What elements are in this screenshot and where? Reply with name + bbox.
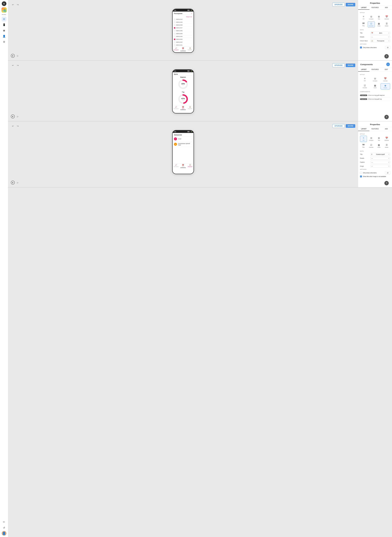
check-box[interactable]	[174, 22, 175, 23]
checklist-row[interactable]: 2020-10-05	[173, 32, 194, 35]
style-list-2[interactable]: ≡ List	[360, 76, 369, 83]
upgrade-button-1[interactable]: UPGRADE	[332, 3, 345, 7]
style-calendar-1[interactable]: 📅 Calendar	[383, 14, 390, 21]
props-tab-features-3[interactable]: FEATURES	[369, 127, 381, 131]
help-button-1[interactable]: ?	[384, 54, 389, 59]
arrow-button-1[interactable]: ▷	[16, 54, 20, 58]
props-tab-layout-3[interactable]: LAYOUT	[358, 127, 369, 131]
arrow-button-2[interactable]: ▷	[16, 115, 20, 118]
only-show-few-checkbox-3[interactable]	[360, 172, 362, 174]
style-cards-1[interactable]: ▦ Cards	[376, 21, 383, 28]
help-button-3[interactable]: ?	[384, 181, 389, 185]
add-component-button-2[interactable]: +	[386, 63, 390, 66]
only-show-few-value-3[interactable]	[385, 171, 390, 174]
data-select-title-1[interactable]: 📅 Дата ▾	[370, 32, 390, 34]
checklist-row[interactable]: 2020-10-02	[173, 41, 194, 44]
style-checklist-2[interactable]: ☑ Checklist	[360, 83, 369, 89]
checklist-row[interactable]: 2020-10-09	[173, 21, 194, 24]
check-box[interactable]	[174, 24, 175, 26]
sidebar-user-avatar[interactable]: G	[2, 1, 6, 6]
sidebar-icon-phone[interactable]: 📱	[2, 22, 7, 27]
help-button-2[interactable]: ?	[384, 115, 389, 119]
style-compact-2[interactable]: ⊟ Compact	[370, 76, 380, 83]
props-tab-layout-1[interactable]: LAYOUT	[358, 6, 369, 10]
play-button-1[interactable]: ▶	[11, 54, 15, 58]
check-box[interactable]	[174, 33, 175, 34]
style-checklist-1[interactable]: ☑ Checklist	[368, 21, 375, 28]
only-show-few-checkbox-1[interactable]	[360, 46, 362, 48]
list-item-hotwater[interactable]: Or Отключение горячей воды ›	[173, 142, 194, 147]
nav-item-goals-2[interactable]: 🎯 Цели	[180, 106, 187, 109]
check-box[interactable]	[174, 36, 175, 37]
props-tab-features-1[interactable]: FEATURES	[369, 6, 381, 10]
nav-item-visits-1[interactable]: 📈 Посещения	[173, 47, 180, 50]
play-button-2[interactable]: ▶	[11, 115, 15, 118]
check-box[interactable]	[174, 27, 175, 28]
checklist-row[interactable]: 2020-10-10	[173, 18, 194, 21]
style-calendar-3[interactable]: 📅 Calendar	[383, 136, 390, 142]
style-checklist-3[interactable]: ☑ Checklist	[368, 143, 375, 149]
data-select-caption-3[interactable]: — ▾	[370, 161, 390, 164]
data-select-image-3[interactable]: — ▾	[370, 165, 390, 168]
undo-button-1[interactable]: ↩	[11, 3, 15, 7]
share-button-3[interactable]: SHARE	[346, 124, 355, 128]
checklist-row[interactable]: 2020-10-01	[173, 44, 194, 46]
props-tab-layout-2[interactable]: LAYOUT	[358, 68, 369, 72]
nav-item-freeze-1[interactable]: 📋 Заморозки	[187, 47, 194, 50]
data-select-check-1[interactable]: 📋 Посещение ▾	[370, 39, 390, 42]
data-select-details-1[interactable]: — ▾	[370, 36, 390, 38]
props-tab-add-3[interactable]: ADD	[381, 127, 392, 131]
redo-button-2[interactable]: ↪	[16, 63, 20, 67]
play-button-3[interactable]: ▶	[11, 181, 15, 185]
checklist-row[interactable]: 2020-10-06	[173, 29, 194, 32]
share-button-1[interactable]: SHARE	[346, 3, 355, 6]
check-box[interactable]	[174, 39, 175, 40]
style-list-1[interactable]: ≡ List	[360, 14, 367, 21]
upgrade-button-2[interactable]: UPGRADE	[332, 63, 345, 67]
nav-item-goals-3[interactable]: 🎯 Цели	[180, 164, 187, 167]
style-tiles-3[interactable]: ⊞ Tiles	[376, 136, 383, 142]
redo-button-3[interactable]: ↪	[16, 124, 20, 128]
checklist-row[interactable]: 2020-10-07	[173, 27, 194, 29]
data-select-title-3[interactable]: A Комментарий ▾	[370, 153, 390, 156]
style-cards-2[interactable]: ▦ Cards	[370, 83, 380, 89]
style-map-1[interactable]: 🗺 Map	[360, 21, 367, 28]
check-box[interactable]	[174, 19, 175, 20]
style-details-3[interactable]: ☰ Details	[383, 143, 390, 149]
props-tab-edit-2[interactable]: EDIT	[381, 68, 392, 72]
style-list-3[interactable]: ≡ List	[360, 136, 367, 142]
nav-item-freeze-3[interactable]: 📋 Заморозки	[187, 164, 194, 167]
nav-item-visits-2[interactable]: 📈 Посещения	[173, 106, 180, 109]
checklist-row[interactable]: 2020-10-03	[173, 38, 194, 41]
upgrade-button-3[interactable]: UPGRADE	[332, 124, 345, 128]
redo-button-1[interactable]: ↪	[16, 3, 20, 7]
sidebar-icon-database[interactable]: ◉	[2, 28, 7, 33]
style-calendar-2[interactable]: 📅 Calendar	[381, 76, 390, 83]
check-box[interactable]	[174, 30, 175, 32]
style-cards-3[interactable]: ▦ Cards	[376, 143, 383, 149]
sidebar-icon-settings[interactable]: ⚙	[2, 39, 7, 44]
share-button-2[interactable]: SHARE	[346, 64, 355, 67]
only-show-few-value-1[interactable]	[385, 46, 390, 49]
props-tab-features-2[interactable]: FEATURES	[369, 68, 381, 72]
check-box[interactable]	[174, 44, 175, 46]
nav-item-freeze-2[interactable]: 📋 Заморозки	[187, 106, 194, 109]
nav-item-visits-3[interactable]: 📈 Посещения	[173, 164, 180, 167]
data-select-details-3[interactable]: — ▾	[370, 157, 390, 160]
props-tab-add-1[interactable]: ADD	[381, 6, 392, 10]
style-map-3[interactable]: 🗺 Map	[360, 143, 367, 149]
style-tiles-1[interactable]: ⊞ Tiles	[376, 14, 383, 21]
style-compact-1[interactable]: ⊟ Compact	[368, 14, 375, 21]
undo-button-3[interactable]: ↩	[11, 124, 15, 128]
arrow-button-3[interactable]: ▷	[16, 181, 20, 185]
style-compact-3[interactable]: ⊟ Compact	[368, 136, 375, 142]
check-box[interactable]	[174, 42, 175, 43]
undo-button-2[interactable]: ↩	[11, 63, 15, 67]
checklist-row[interactable]: 2020-10-04	[173, 35, 194, 38]
sidebar-icon-user[interactable]: 👤	[2, 34, 7, 39]
style-details-1[interactable]: ☰ Details	[383, 21, 390, 28]
show-title-checkbox-3[interactable]	[360, 176, 362, 177]
nav-item-goals-1[interactable]: 🎯 Цели	[180, 47, 187, 50]
checklist-row[interactable]: 2020-10-08	[173, 24, 194, 27]
sidebar-icon-table[interactable]: ⊞	[2, 17, 7, 22]
